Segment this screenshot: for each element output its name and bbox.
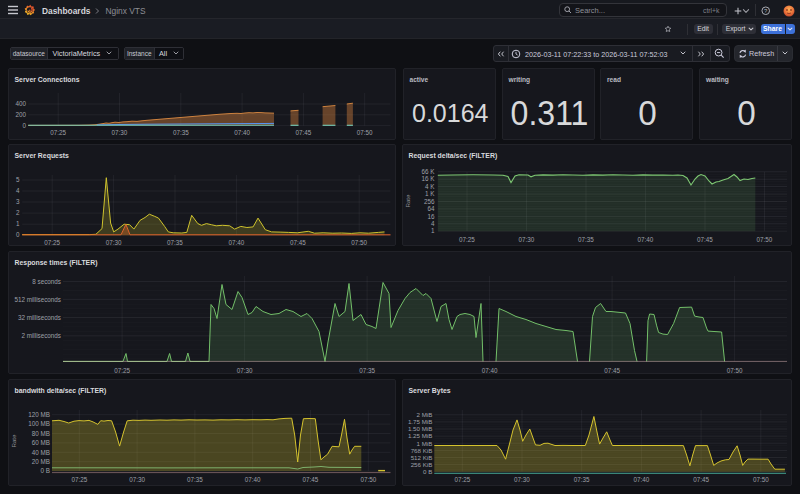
svg-text:20 MB: 20 MB	[32, 458, 50, 465]
svg-text:07:30: 07:30	[112, 129, 128, 136]
svg-text:1.25 MiB: 1.25 MiB	[408, 432, 432, 439]
svg-text:1.50 MiB: 1.50 MiB	[408, 425, 432, 432]
svg-text:100 MB: 100 MB	[28, 420, 50, 427]
svg-text:256 KiB: 256 KiB	[411, 461, 433, 468]
svg-text:07:40: 07:40	[245, 476, 261, 483]
svg-text:16 K: 16 K	[422, 175, 436, 182]
svg-text:07:45: 07:45	[604, 366, 620, 373]
svg-text:07:50: 07:50	[360, 476, 376, 483]
svg-text:07:35: 07:35	[574, 476, 590, 483]
svg-text:1: 1	[431, 227, 435, 234]
svg-text:07:40: 07:40	[638, 236, 654, 243]
svg-text:60 MB: 60 MB	[32, 439, 50, 446]
svg-text:07:30: 07:30	[237, 366, 253, 373]
svg-text:07:45: 07:45	[697, 236, 713, 243]
svg-text:07:25: 07:25	[44, 238, 60, 245]
svg-text:32 milliseconds: 32 milliseconds	[18, 313, 61, 320]
svg-text:07:25: 07:25	[454, 476, 470, 483]
svg-text:07:45: 07:45	[290, 238, 306, 245]
svg-text:80 MB: 80 MB	[32, 430, 50, 437]
svg-text:07:35: 07:35	[167, 238, 183, 245]
svg-text:?: ?	[764, 8, 768, 14]
svg-text:07:40: 07:40	[229, 238, 245, 245]
svg-text:07:25: 07:25	[114, 366, 130, 373]
svg-text:2: 2	[16, 209, 20, 216]
svg-text:07:30: 07:30	[129, 476, 145, 483]
svg-text:200: 200	[15, 111, 26, 118]
svg-text:07:45: 07:45	[693, 476, 709, 483]
svg-text:1 K: 1 K	[425, 190, 435, 197]
svg-text:07:25: 07:25	[71, 476, 87, 483]
svg-text:3: 3	[16, 198, 20, 205]
svg-text:07:50: 07:50	[357, 129, 373, 136]
svg-text:1: 1	[16, 220, 20, 227]
svg-text:16: 16	[427, 212, 435, 219]
svg-text:512 KiB: 512 KiB	[411, 454, 433, 461]
svg-text:256: 256	[424, 197, 435, 204]
svg-text:07:30: 07:30	[106, 238, 122, 245]
svg-text:120 MB: 120 MB	[28, 411, 50, 418]
svg-text:07:50: 07:50	[753, 476, 769, 483]
svg-text:07:40: 07:40	[482, 366, 498, 373]
svg-text:1 MiB: 1 MiB	[416, 440, 432, 447]
svg-text:07:45: 07:45	[296, 129, 312, 136]
svg-text:07:45: 07:45	[303, 476, 319, 483]
svg-text:Rate: Rate	[10, 434, 17, 448]
svg-text:07:25: 07:25	[459, 236, 475, 243]
svg-text:07:40: 07:40	[234, 129, 250, 136]
svg-text:0 B: 0 B	[41, 467, 50, 474]
svg-text:400: 400	[15, 100, 26, 107]
svg-text:07:50: 07:50	[727, 366, 743, 373]
svg-text:66 K: 66 K	[422, 168, 436, 175]
svg-text:07:35: 07:35	[187, 476, 203, 483]
svg-text:07:30: 07:30	[514, 476, 530, 483]
svg-text:1.75 MiB: 1.75 MiB	[408, 418, 432, 425]
svg-text:2 MiB: 2 MiB	[416, 411, 432, 418]
svg-text:40 MB: 40 MB	[32, 449, 50, 456]
svg-text:07:35: 07:35	[173, 129, 189, 136]
svg-text:768 KiB: 768 KiB	[411, 447, 433, 454]
svg-text:0 B: 0 B	[423, 468, 432, 475]
svg-text:07:50: 07:50	[757, 236, 773, 243]
svg-text:07:40: 07:40	[634, 476, 650, 483]
svg-text:07:25: 07:25	[50, 129, 66, 136]
svg-text:07:35: 07:35	[578, 236, 594, 243]
svg-text:4: 4	[16, 187, 20, 194]
svg-text:64: 64	[427, 205, 435, 212]
svg-text:512 milliseconds: 512 milliseconds	[14, 295, 61, 302]
svg-text:07:30: 07:30	[519, 236, 535, 243]
svg-text:07:50: 07:50	[351, 238, 367, 245]
svg-text:2 milliseconds: 2 milliseconds	[21, 332, 61, 339]
svg-text:07:35: 07:35	[359, 366, 375, 373]
svg-text:0: 0	[22, 122, 26, 129]
svg-text:4: 4	[431, 220, 435, 227]
svg-text:Rate: Rate	[404, 193, 411, 207]
svg-text:5: 5	[16, 176, 20, 183]
svg-text:0: 0	[16, 231, 20, 238]
svg-text:8 seconds: 8 seconds	[32, 277, 61, 284]
svg-text:4 K: 4 K	[425, 182, 435, 189]
